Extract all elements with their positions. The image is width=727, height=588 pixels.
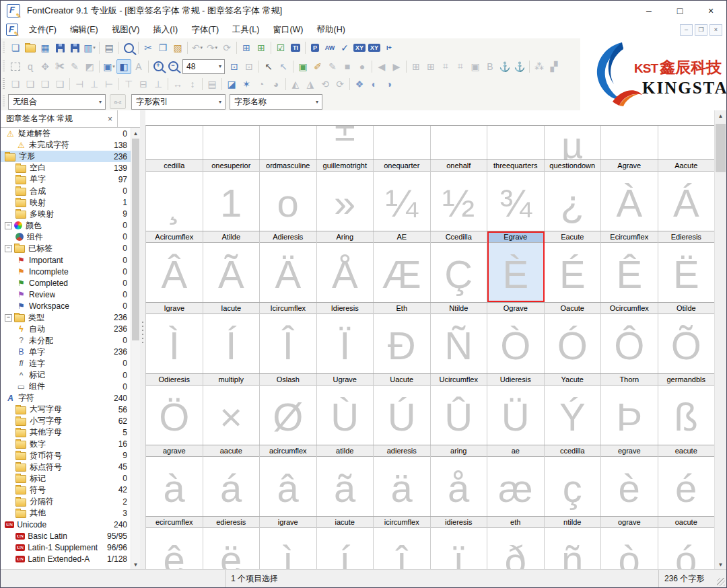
glyph-cell-idieresis[interactable]: idieresisï [431,517,488,570]
sample-text-button[interactable]: A [131,59,146,74]
glyph-cell-icircumflex[interactable]: icircumflexî [374,517,431,570]
union-button[interactable]: ❖ [352,77,367,91]
pen-tool[interactable]: ✎ [67,59,82,74]
select-tool[interactable] [8,59,23,74]
mdi-restore-button[interactable]: ❐ [695,24,707,36]
paste-front-button[interactable]: ❏ [38,77,53,91]
menu-item-3[interactable]: 插入(I) [146,22,184,38]
glyph-cell-Oslash[interactable]: OslashØ [260,374,317,445]
undo-button[interactable]: ↶▾ [190,40,205,55]
menu-item-2[interactable]: 视图(V) [105,22,147,38]
menu-item-1[interactable]: 编辑(E) [63,22,105,38]
menu-item-6[interactable]: 窗口(W) [266,22,310,38]
tree-item-24[interactable]: 大写字母56 [1,404,131,415]
align-right-button[interactable]: ⊢ [102,77,116,91]
tree-item-9[interactable]: 组件0 [1,231,131,243]
expander-icon[interactable]: − [5,245,12,252]
glyph-cell-onequarter[interactable]: onequarter¼ [374,160,431,231]
insert-characters-button[interactable]: ⊞ [239,40,254,55]
glyph-cell-Ocircumflex[interactable]: OcircumflexÔ [601,303,658,373]
glyph-cell-oacute[interactable]: oacuteó [658,517,716,570]
glyph-cell-partial-3[interactable]: ± [317,126,374,159]
grid-scrollbar[interactable]: ▲ ▼ [714,110,726,570]
zoom-out-button[interactable]: − [166,59,180,74]
toolbar-grip[interactable] [3,78,5,90]
open-button[interactable] [23,40,38,55]
show-grid-button[interactable]: ⊞ [409,59,423,74]
tree-item-15[interactable]: ⚑Workspace0 [1,300,131,311]
glyph-cell-atilde[interactable]: atildeã [317,445,374,516]
glyph-cell-eth[interactable]: ethð [487,517,545,570]
ellipse-tool[interactable]: ● [355,59,370,74]
properties-button[interactable]: ▤ [205,77,219,91]
expander-icon[interactable]: − [5,222,12,229]
tab-close-icon[interactable]: × [108,114,112,124]
glyph-cell-multiply[interactable]: multiply× [203,374,261,445]
copy-button[interactable]: ❐ [155,40,170,55]
panel-splitter[interactable] [140,110,145,570]
save-button[interactable] [53,40,67,55]
glyph-cell-egrave[interactable]: egraveè [601,445,658,516]
glyph-cell-Ecircumflex[interactable]: EcircumflexÊ [601,231,658,302]
previous-glyph-button[interactable]: ◀ [374,59,389,74]
tree-item-2[interactable]: 字形236 [1,151,131,162]
menu-item-5[interactable]: 工具(L) [226,22,266,38]
tree-item-31[interactable]: 符号42 [1,484,131,496]
tree-item-13[interactable]: ⚑Completed0 [1,277,131,289]
scroll-up-icon[interactable]: ▲ [715,110,726,121]
scroll-down-icon[interactable]: ▼ [131,559,140,570]
grid-scrollbar-thumb[interactable] [716,124,726,172]
find-button[interactable] [121,40,136,55]
glyph-name-combo[interactable]: 字形名称 ▾ [230,94,322,110]
tree-item-16[interactable]: −类型236 [1,312,131,324]
mdi-minimize-button[interactable]: – [680,24,693,36]
autometrics-button[interactable]: AW [322,40,337,55]
glyph-cell-Ccedilla[interactable]: CcedillaÇ [431,231,488,302]
resize-grip[interactable] [717,578,725,586]
web-preview-button[interactable]: XY [367,40,382,55]
glyph-cell-partial-5[interactable] [431,126,488,159]
close-button[interactable]: × [695,1,726,21]
tree-item-34[interactable]: UNUnicode240 [1,519,131,530]
glyph-cell-partial-1[interactable] [203,126,261,159]
glyph-cell-Ugrave[interactable]: UgraveÙ [317,374,374,445]
flip-vertical-button[interactable]: ◮ [303,77,318,91]
glyph-cell-onehalf[interactable]: onehalf½ [431,160,488,231]
tree-item-30[interactable]: 标记0 [1,473,131,484]
guidelines-button[interactable]: ⌗ [438,59,453,74]
glyph-cell-Idieresis[interactable]: IdieresisÏ [317,303,374,373]
glyph-cell-Thorn[interactable]: ThornÞ [601,374,658,445]
tree-item-3[interactable]: 空白139 [1,162,131,174]
join-contours-button[interactable]: ◔ [254,77,269,91]
glyph-cell-Udieresis[interactable]: UdieresisÜ [487,374,545,445]
glyph-cell-acircumflex[interactable]: acircumflexâ [260,445,317,516]
toolbar-grip[interactable] [3,61,5,73]
zoom-in-button[interactable]: + [151,59,166,74]
tree-item-21[interactable]: ^标记0 [1,369,131,381]
insert-glyphs-button[interactable]: ⊞ [254,40,269,55]
align-middle-button[interactable]: ⊟ [136,77,151,91]
zoom-level-combo[interactable]: 48▾ [182,59,225,74]
flip-horizontal-button[interactable]: ◭ [288,77,303,91]
glyph-cell-eacute[interactable]: eacuteé [658,445,716,516]
menu-item-0[interactable]: 文件(F) [22,22,63,38]
glyph-cell-onesuperior[interactable]: onesuperior1 [203,160,261,231]
pointer-tool[interactable]: ↖ [261,59,276,74]
export-font-button[interactable]: ▥▾ [82,40,97,55]
glyph-cell-Odieresis[interactable]: OdieresisÖ [146,374,203,445]
tree-item-12[interactable]: ⚑Incomplete0 [1,266,131,277]
compare-fonts-button[interactable]: XY [352,40,367,55]
glyph-cell-ograve[interactable]: ograveò [601,517,658,570]
align-center-button[interactable]: ⊥ [87,77,102,91]
redo-all-button[interactable]: ⟳ [219,40,234,55]
edit-glyph-button[interactable]: ✐ [310,59,325,74]
glyph-cell-ordmasculine[interactable]: ordmasculineo [260,160,317,231]
tree-item-20[interactable]: fi连字0 [1,358,131,369]
minimize-button[interactable]: – [633,1,664,21]
font-validation-button[interactable]: ✓ [337,40,352,55]
expander-icon[interactable]: − [5,314,12,322]
anchors-button[interactable]: ⚓ [497,59,512,74]
glyph-cell-partial-4[interactable] [374,126,431,159]
close-contour-button[interactable]: ◕ [269,77,283,91]
tree-item-32[interactable]: 分隔符2 [1,496,131,507]
